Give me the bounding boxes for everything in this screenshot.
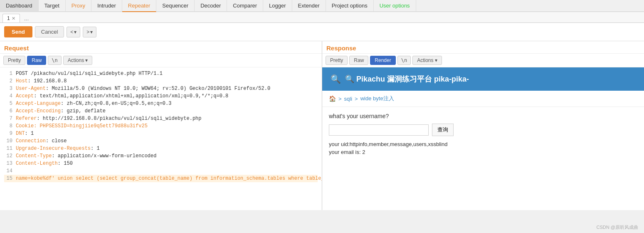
request-content[interactable]: 1POST /pikachu/vul/sqli/sqli_widebyte.ph… [0, 67, 322, 210]
response-panel: Response Pretty Raw Render \n Actions ▾ … [322, 41, 644, 210]
request-line-text-5: Accept-Language: zh-CN,zh;q=0.8,en-US;q=… [16, 101, 171, 107]
render-input-row: 查询 [329, 124, 637, 136]
response-raw-btn[interactable]: Raw [349, 56, 368, 65]
nav-logger[interactable]: Logger [263, 0, 292, 11]
response-actions-dropdown-icon: ▾ [435, 57, 437, 63]
breadcrumb-sep2: > [355, 96, 358, 102]
repeater-toolbar: Send Cancel < ▾ > ▾ [0, 23, 644, 41]
breadcrumb-widebyte-link[interactable]: wide byte注入 [360, 95, 394, 102]
search-icon: 🔍 [331, 74, 341, 84]
request-raw-btn[interactable]: Raw [27, 56, 46, 65]
nav-proxy[interactable]: Proxy [66, 0, 91, 11]
top-nav: Dashboard Target Proxy Intruder Repeater… [0, 0, 644, 12]
result-uid: your uid:httpinfo,member,message,users,x… [329, 141, 637, 147]
request-actions-btn[interactable]: Actions ▾ [63, 56, 92, 65]
dropdown-prev-icon: ▾ [74, 29, 76, 35]
request-line-6: 6Accept-Encoding: gzip, deflate [4, 107, 318, 115]
nav-user-options[interactable]: User options [374, 0, 416, 11]
cancel-button[interactable]: Cancel [35, 26, 64, 37]
request-line-2: 2Host: 192.168.0.8 [4, 77, 318, 85]
request-panel: Request Pretty Raw \n Actions ▾ 1POST /p… [0, 41, 322, 210]
tab-more[interactable]: ... [22, 14, 32, 22]
response-header: Response [322, 41, 644, 54]
request-line-text-6: Accept-Encoding: gzip, deflate [16, 108, 106, 114]
nav-comparer[interactable]: Comparer [227, 0, 263, 11]
response-render-btn[interactable]: Render [370, 56, 395, 65]
nav-repeater[interactable]: Repeater [122, 0, 156, 12]
request-toolbar: Pretty Raw \n Actions ▾ [0, 54, 322, 67]
request-header: Request [0, 41, 322, 54]
tab-1[interactable]: 1 ✕ [2, 14, 20, 22]
render-breadcrumb: 🏠 > sqli > wide byte注入 [322, 91, 644, 107]
breadcrumb-sep1: > [338, 96, 342, 102]
request-line-text-10: Connection: close [16, 138, 67, 144]
request-line-15: 15name=kobe%df' union select (select gro… [4, 175, 318, 182]
request-line-13: 13Content-Length: 150 [4, 160, 318, 167]
request-line-text-7: Referer: http://192.168.0.8/pikachu/vul/… [16, 116, 202, 121]
request-line-text-4: Accept: text/html,application/xhtml+xml,… [16, 93, 228, 99]
nav-intruder[interactable]: Intruder [91, 0, 122, 11]
next-button[interactable]: > ▾ [83, 27, 96, 37]
nav-decoder[interactable]: Decoder [195, 0, 227, 11]
request-line-7: 7Referer: http://192.168.0.8/pikachu/vul… [4, 115, 318, 122]
request-newline-btn[interactable]: \n [48, 56, 61, 65]
request-line-9: 9DNT: 1 [4, 130, 318, 137]
main-panels: Request Pretty Raw \n Actions ▾ 1POST /p… [0, 41, 644, 210]
request-line-8: 8Cookie: PHPSESSID=hingjiie9q5ett79d88u3… [4, 122, 318, 130]
render-body: what's your username? 查询 your uid:httpin… [322, 107, 644, 163]
chevron-left-icon: < [70, 29, 73, 35]
send-button[interactable]: Send [4, 26, 32, 37]
request-line-text-9: DNT: 1 [16, 131, 34, 136]
response-actions-label: Actions [417, 57, 433, 63]
response-toolbar: Pretty Raw Render \n Actions ▾ [322, 54, 644, 67]
username-input[interactable] [329, 124, 429, 136]
request-line-1: 1POST /pikachu/vul/sqli/sqli_widebyte.ph… [4, 70, 318, 77]
dropdown-next-icon: ▾ [90, 29, 93, 35]
request-line-text-12: Content-Type: application/x-www-form-url… [16, 153, 156, 159]
breadcrumb-sqli-link[interactable]: sqli [344, 96, 353, 102]
request-line-text-15: name=kobe%df' union select (select group… [16, 176, 322, 181]
nav-project-options[interactable]: Project options [326, 0, 374, 11]
request-line-12: 12Content-Type: application/x-www-form-u… [4, 152, 318, 160]
nav-target[interactable]: Target [39, 0, 66, 11]
request-pretty-btn[interactable]: Pretty [3, 56, 25, 65]
request-line-4: 4Accept: text/html,application/xhtml+xml… [4, 92, 318, 100]
response-newline-btn[interactable]: \n [397, 56, 411, 65]
response-pretty-btn[interactable]: Pretty [326, 56, 348, 65]
chevron-right-icon: > [86, 29, 89, 35]
tab-1-close[interactable]: ✕ [12, 16, 15, 21]
request-line-text-1: POST /pikachu/vul/sqli/sqli_widebyte.php… [16, 71, 163, 77]
request-actions-dropdown-icon: ▾ [85, 57, 88, 63]
request-actions-label: Actions [68, 57, 84, 63]
tab-1-label: 1 [7, 15, 10, 21]
request-line-text-3: User-Agent: Mozilla/5.0 (Windows NT 10.0… [16, 86, 270, 92]
render-title: 🔍 Pikachu 漏洞练习平台 pika-pika- [345, 74, 469, 84]
request-line-text-2: Host: 192.168.0.8 [16, 78, 67, 84]
request-line-text-11: Upgrade-Insecure-Requests: 1 [16, 146, 100, 151]
request-line-text-8: Cookie: PHPSESSID=hingjiie9q5ett79d88u3i… [16, 123, 148, 129]
response-rendered: 🔍 🔍 Pikachu 漏洞练习平台 pika-pika- 🏠 > sqli >… [322, 67, 644, 210]
prev-button[interactable]: < ▾ [67, 27, 80, 37]
render-title-bar: 🔍 🔍 Pikachu 漏洞练习平台 pika-pika- [322, 67, 644, 91]
request-line-11: 11Upgrade-Insecure-Requests: 1 [4, 145, 318, 152]
tab-bar: 1 ✕ ... [0, 12, 644, 23]
nav-extender[interactable]: Extender [292, 0, 326, 11]
request-line-text-13: Content-Length: 150 [16, 161, 73, 166]
request-line-14: 14 [4, 167, 318, 175]
request-line-5: 5Accept-Language: zh-CN,zh;q=0.8,en-US;q… [4, 100, 318, 107]
request-line-10: 10Connection: close [4, 137, 318, 145]
nav-dashboard[interactable]: Dashboard [0, 0, 39, 11]
render-result: your uid:httpinfo,member,message,users,x… [329, 141, 637, 155]
query-button[interactable]: 查询 [432, 124, 454, 136]
home-icon: 🏠 [329, 95, 336, 102]
request-line-3: 3User-Agent: Mozilla/5.0 (Windows NT 10.… [4, 85, 318, 92]
response-actions-btn[interactable]: Actions ▾ [412, 56, 442, 65]
nav-sequencer[interactable]: Sequencer [156, 0, 195, 11]
render-question: what's your username? [329, 113, 637, 119]
result-email: your email is: 2 [329, 149, 637, 155]
